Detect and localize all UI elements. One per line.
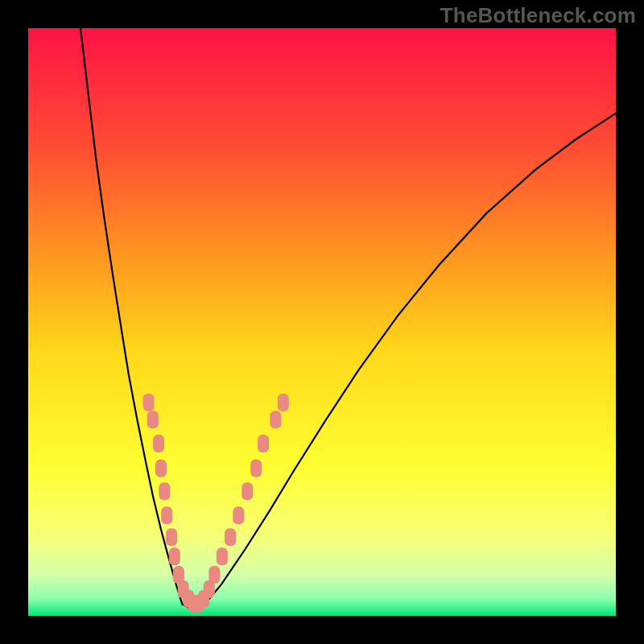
chart-frame: TheBottleneck.com [0,0,644,644]
data-marker [155,460,167,477]
data-marker [143,394,155,411]
data-marker [278,394,289,411]
watermark-text: TheBottleneck.com [440,3,636,28]
data-marker [159,482,170,500]
data-marker [169,547,180,565]
data-marker [153,435,164,452]
bottleneck-chart [0,0,644,644]
data-marker [270,411,281,428]
data-marker [225,528,236,546]
data-marker [258,435,269,452]
plot-background [28,28,616,616]
data-marker [250,460,262,477]
data-marker [217,547,228,565]
data-marker [166,528,177,546]
data-marker [147,411,159,428]
data-marker [208,566,220,584]
data-marker [161,506,172,524]
data-marker [233,506,244,524]
data-marker [242,482,253,500]
